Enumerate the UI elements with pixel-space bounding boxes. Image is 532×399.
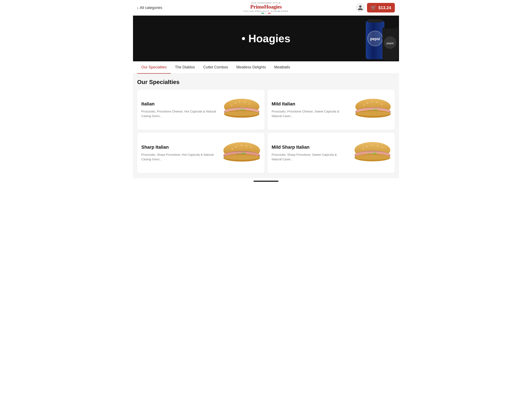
- content-area: Our Specialties Italian Prosciutto, Prov…: [133, 74, 399, 178]
- svg-point-24: [224, 111, 259, 116]
- back-label: All categories: [140, 6, 162, 10]
- cart-icon: 🛒: [371, 5, 376, 10]
- header: ‹ All categories OLD FASHIONED STYLE Pri…: [133, 0, 399, 16]
- menu-item-sharp-italian-desc: Prosciutto, Sharp Provolone, Hot Capicol…: [141, 152, 217, 162]
- menu-item-italian-image: [219, 94, 260, 125]
- menu-item-mild-italian-image: [349, 94, 391, 125]
- header-actions: 🛒 $13.24: [356, 3, 395, 13]
- hoagie-illustration-3: [219, 138, 260, 167]
- back-chevron-icon: ‹: [137, 5, 139, 10]
- svg-point-66: [355, 155, 390, 160]
- menu-item-mild-italian-info: Mild Italian Prosciutto, Provolone Chees…: [272, 101, 349, 118]
- menu-item-italian-name: Italian: [141, 101, 217, 107]
- menu-item-italian-desc: Prosciutto, Provolone Cheese, Hot Capico…: [141, 109, 217, 118]
- back-button[interactable]: ‹ All categories: [137, 5, 162, 10]
- svg-rect-7: [385, 26, 396, 28]
- svg-point-38: [356, 111, 390, 116]
- logo-subtitle: ITALIAN SPECIALTY SANDWICHES: [243, 10, 289, 12]
- svg-text:pepsi: pepsi: [386, 42, 394, 45]
- menu-item-italian[interactable]: Italian Prosciutto, Provolone Cheese, Ho…: [137, 90, 265, 130]
- svg-text:pepsi: pepsi: [370, 37, 380, 41]
- menu-item-mild-italian-name: Mild Italian: [272, 101, 347, 107]
- menu-item-mild-sharp-italian-name: Mild Sharp Italian: [272, 144, 347, 150]
- svg-point-52: [224, 155, 260, 160]
- tab-cutlet-combos[interactable]: Cutlet Combos: [199, 61, 232, 74]
- hoagie-illustration-1: [219, 95, 260, 124]
- section-title: Our Specialties: [137, 79, 395, 85]
- bottom-bar: [133, 178, 399, 184]
- hero-banner: Hoagies pepsi: [133, 16, 399, 61]
- menu-item-mild-italian[interactable]: Mild Italian Prosciutto, Provolone Chees…: [267, 90, 395, 130]
- menu-item-mild-italian-desc: Prosciutto, Provolone Cheese, Sweet Capi…: [272, 109, 347, 118]
- cart-price: $13.24: [378, 5, 391, 10]
- svg-rect-2: [368, 19, 382, 22]
- menu-grid: Italian Prosciutto, Provolone Cheese, Ho…: [137, 90, 395, 173]
- tab-meatballs[interactable]: Meatballs: [270, 61, 294, 74]
- cart-button[interactable]: 🛒 $13.24: [367, 3, 395, 13]
- menu-item-sharp-italian-name: Sharp Italian: [141, 144, 217, 150]
- logo-flag: [243, 13, 289, 13]
- menu-item-sharp-italian-info: Sharp Italian Prosciutto, Sharp Provolon…: [141, 144, 219, 162]
- menu-item-sharp-italian[interactable]: Sharp Italian Prosciutto, Sharp Provolon…: [137, 133, 265, 173]
- hoagie-illustration-2: [349, 95, 391, 124]
- tab-meatless-delights[interactable]: Meatless Delights: [232, 61, 270, 74]
- logo: OLD FASHIONED STYLE PrimoHoagies ITALIAN…: [243, 2, 289, 13]
- user-profile-button[interactable]: [356, 3, 365, 12]
- menu-item-mild-sharp-italian-desc: Prosciutto, Sharp Provolone, Sweet Capic…: [272, 152, 347, 162]
- menu-item-mild-sharp-italian-image: [349, 137, 391, 169]
- home-indicator: [253, 181, 279, 182]
- person-icon: [357, 5, 363, 11]
- tab-our-specialties[interactable]: Our Specialties: [137, 61, 171, 74]
- menu-item-mild-sharp-italian-info: Mild Sharp Italian Prosciutto, Sharp Pro…: [272, 144, 349, 162]
- hero-title: Hoagies: [242, 32, 291, 45]
- tab-the-diablos[interactable]: The Diablos: [171, 61, 199, 74]
- menu-item-mild-sharp-italian[interactable]: Mild Sharp Italian Prosciutto, Sharp Pro…: [267, 133, 395, 173]
- category-nav: Our Specialties The Diablos Cutlet Combo…: [133, 61, 399, 74]
- hoagie-illustration-4: [349, 138, 391, 167]
- menu-item-sharp-italian-image: [219, 137, 260, 169]
- menu-item-italian-info: Italian Prosciutto, Provolone Cheese, Ho…: [141, 101, 219, 118]
- logo-brand: PrimoHoagies: [243, 4, 289, 10]
- pepsi-bottle-small: pepsi: [381, 25, 399, 61]
